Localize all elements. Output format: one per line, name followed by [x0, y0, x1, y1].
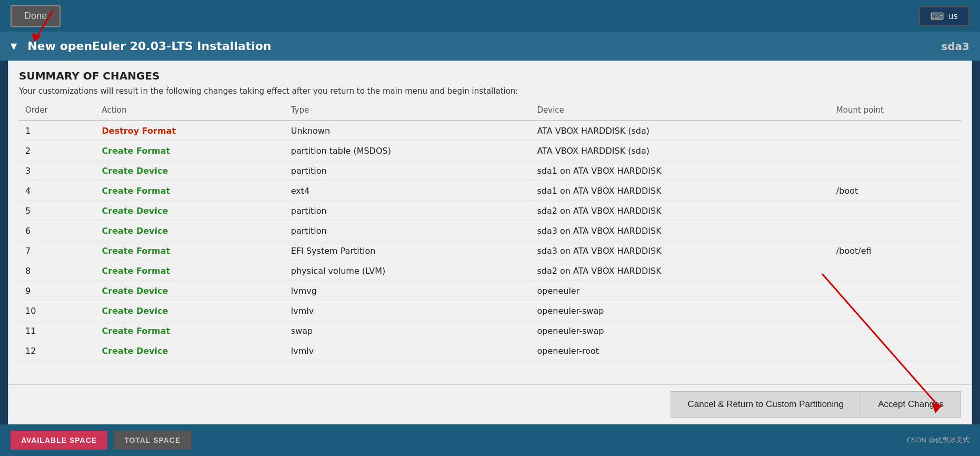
table-row: 4 Create Format ext4 sda1 on ATA VBOX HA…: [19, 181, 961, 201]
total-space-button[interactable]: TOTAL SPACE: [114, 431, 191, 450]
changes-table: Order Action Type Device Mount point 1 D…: [19, 100, 961, 361]
cell-device: sda3 on ATA VBOX HARDDISK: [531, 241, 830, 261]
table-row: 9 Create Device lvmvg openeuler: [19, 281, 961, 301]
cell-mount: [830, 201, 961, 221]
cell-order: 6: [19, 221, 96, 241]
cell-mount: [830, 261, 961, 281]
table-row: 8 Create Format physical volume (LVM) sd…: [19, 261, 961, 281]
col-mount: Mount point: [830, 100, 961, 121]
cell-device: sda2 on ATA VBOX HARDDISK: [531, 201, 830, 221]
table-row: 10 Create Device lvmlv openeuler-swap: [19, 301, 961, 321]
cell-device: openeuler: [531, 281, 830, 301]
cell-type: partition: [285, 201, 531, 221]
cell-mount: /boot/efi: [830, 241, 961, 261]
cell-type: EFI System Partition: [285, 241, 531, 261]
cell-action: Create Format: [96, 181, 285, 201]
bg-strip: ▼ New openEuler 20.03-LTS Installation s…: [0, 32, 980, 61]
cell-type: physical volume (LVM): [285, 261, 531, 281]
cell-order: 1: [19, 121, 96, 141]
cell-action: Create Device: [96, 301, 285, 321]
top-bar: Done ⌨ us: [0, 0, 980, 32]
cell-action: Create Format: [96, 241, 285, 261]
cell-mount: [830, 301, 961, 321]
keyboard-icon: ⌨: [931, 11, 944, 22]
table-row: 6 Create Device partition sda3 on ATA VB…: [19, 221, 961, 241]
bottom-strip: AVAILABLE SPACE TOTAL SPACE CSDN @优惠冰美式: [0, 424, 980, 456]
cell-type: Unknown: [285, 121, 531, 141]
cell-action: Create Format: [96, 321, 285, 341]
cell-action: Destroy Format: [96, 121, 285, 141]
col-action: Action: [96, 100, 285, 121]
cell-action: Create Format: [96, 261, 285, 281]
accept-changes-button[interactable]: Accept Changes: [861, 391, 961, 418]
table-header-row: Order Action Type Device Mount point: [19, 100, 961, 121]
cell-device: openeuler-swap: [531, 321, 830, 341]
cell-type: lvmvg: [285, 281, 531, 301]
table-row: 11 Create Format swap openeuler-swap: [19, 321, 961, 341]
cell-mount: [830, 221, 961, 241]
summary-dialog: SUMMARY OF CHANGES Your customizations w…: [8, 61, 972, 424]
cell-action: Create Device: [96, 281, 285, 301]
keyboard-label: us: [948, 11, 958, 21]
watermark: CSDN @优惠冰美式: [907, 435, 969, 445]
installation-title: New openEuler 20.03-LTS Installation: [27, 39, 931, 53]
cell-mount: [830, 341, 961, 361]
cell-order: 12: [19, 341, 96, 361]
expand-icon[interactable]: ▼: [11, 41, 17, 51]
table-row: 2 Create Format partition table (MSDOS) …: [19, 141, 961, 161]
cell-type: partition table (MSDOS): [285, 141, 531, 161]
table-row: 7 Create Format EFI System Partition sda…: [19, 241, 961, 261]
cell-action: Create Device: [96, 201, 285, 221]
cell-device: openeuler-swap: [531, 301, 830, 321]
cell-type: partition: [285, 221, 531, 241]
cell-type: ext4: [285, 181, 531, 201]
cell-order: 10: [19, 301, 96, 321]
available-space-button[interactable]: AVAILABLE SPACE: [11, 431, 107, 450]
cell-order: 9: [19, 281, 96, 301]
cell-order: 8: [19, 261, 96, 281]
dialog-footer: Cancel & Return to Custom Partitioning A…: [8, 384, 972, 424]
cell-device: sda2 on ATA VBOX HARDDISK: [531, 261, 830, 281]
cell-order: 7: [19, 241, 96, 261]
cell-order: 2: [19, 141, 96, 161]
table-row: 3 Create Device partition sda1 on ATA VB…: [19, 161, 961, 181]
cell-device: openeuler-root: [531, 341, 830, 361]
table-row: 1 Destroy Format Unknown ATA VBOX HARDDI…: [19, 121, 961, 141]
cell-type: partition: [285, 161, 531, 181]
dialog-subtitle: Your customizations will result in the f…: [19, 86, 961, 96]
cell-type: lvmlv: [285, 341, 531, 361]
col-device: Device: [531, 100, 830, 121]
cell-type: swap: [285, 321, 531, 341]
cell-action: Create Format: [96, 141, 285, 161]
cell-action: Create Device: [96, 341, 285, 361]
cell-device: ATA VBOX HARDDISK (sda): [531, 121, 830, 141]
cell-mount: [830, 161, 961, 181]
keyboard-indicator: ⌨ us: [919, 6, 969, 26]
table-row: 12 Create Device lvmlv openeuler-root: [19, 341, 961, 361]
device-label: sda3: [941, 40, 969, 53]
cell-device: sda1 on ATA VBOX HARDDISK: [531, 181, 830, 201]
cell-order: 3: [19, 161, 96, 181]
changes-table-container: Order Action Type Device Mount point 1 D…: [8, 100, 972, 384]
cell-order: 11: [19, 321, 96, 341]
table-row: 5 Create Device partition sda2 on ATA VB…: [19, 201, 961, 221]
cell-mount: [830, 281, 961, 301]
cell-device: sda1 on ATA VBOX HARDDISK: [531, 161, 830, 181]
done-button[interactable]: Done: [11, 5, 61, 27]
dialog-header: SUMMARY OF CHANGES Your customizations w…: [8, 61, 972, 100]
cell-action: Create Device: [96, 221, 285, 241]
col-order: Order: [19, 100, 96, 121]
cell-mount: [830, 321, 961, 341]
cell-order: 4: [19, 181, 96, 201]
cell-action: Create Device: [96, 161, 285, 181]
cell-mount: /boot: [830, 181, 961, 201]
col-type: Type: [285, 100, 531, 121]
cell-device: sda3 on ATA VBOX HARDDISK: [531, 221, 830, 241]
cell-type: lvmlv: [285, 301, 531, 321]
cancel-button[interactable]: Cancel & Return to Custom Partitioning: [671, 391, 861, 418]
dialog-title: SUMMARY OF CHANGES: [19, 70, 961, 82]
cell-device: ATA VBOX HARDDISK (sda): [531, 141, 830, 161]
cell-order: 5: [19, 201, 96, 221]
cell-mount: [830, 141, 961, 161]
cell-mount: [830, 121, 961, 141]
